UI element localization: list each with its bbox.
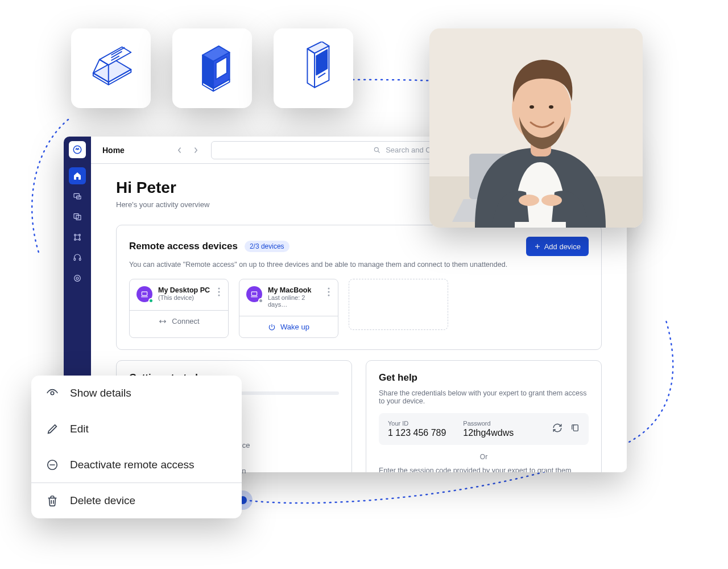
svg-point-35 [218, 291, 220, 293]
svg-point-38 [328, 288, 330, 290]
device-tile-phone [274, 28, 353, 108]
get-help-desc2: Enter the session code provided by your … [379, 467, 589, 472]
nav-support[interactable] [69, 249, 86, 266]
devices-desc: You can activate "Remote access" on up t… [129, 261, 589, 269]
copy-icon[interactable] [570, 423, 580, 435]
your-id-value: 1 123 456 789 [388, 428, 446, 438]
menu-show-details[interactable]: Show details [31, 376, 242, 411]
device-action-label: Connect [172, 317, 199, 325]
menu-label: Deactivate remote access [70, 459, 195, 471]
devices-title: Remote access devices [129, 241, 238, 252]
device-connect-button[interactable]: Connect [130, 310, 228, 332]
svg-rect-28 [74, 258, 76, 261]
svg-point-36 [218, 295, 220, 296]
connect-icon [158, 318, 167, 325]
menu-deactivate[interactable]: Deactivate remote access [31, 447, 242, 483]
plus-icon [534, 243, 541, 250]
svg-point-24 [75, 234, 76, 236]
nav-devices[interactable] [69, 208, 86, 225]
nav-more[interactable] [69, 270, 86, 287]
status-offline-icon [258, 298, 263, 303]
nav-remote[interactable] [69, 188, 86, 205]
get-help-panel: Get help Share the credentials below wit… [366, 360, 602, 472]
add-device-label: Add device [544, 242, 581, 251]
svg-point-49 [530, 105, 534, 109]
nav-workflows[interactable] [69, 229, 86, 246]
svg-point-50 [549, 105, 553, 109]
svg-point-40 [328, 295, 330, 296]
device-card: My MacBook Last online: 2 days… Wake up [239, 279, 338, 338]
or-separator: Or [379, 453, 589, 461]
device-tile-laptop [71, 28, 151, 108]
device-sublabel: (This device) [158, 294, 210, 301]
svg-point-51 [519, 195, 539, 206]
minus-circle-icon [46, 459, 59, 471]
svg-point-30 [75, 275, 81, 282]
nav-back-icon[interactable] [172, 143, 187, 158]
status-online-icon [148, 298, 154, 303]
svg-rect-37 [251, 292, 257, 295]
svg-rect-33 [142, 292, 147, 295]
trash-icon [46, 494, 59, 507]
device-avatar-icon [246, 286, 262, 302]
breadcrumb: Home [102, 146, 125, 155]
svg-marker-15 [307, 48, 315, 87]
power-icon [268, 323, 276, 331]
get-help-title: Get help [379, 372, 589, 384]
person-illustration [429, 28, 643, 228]
device-action-label: Wake up [280, 323, 309, 331]
device-name: My Desktop PC [158, 286, 210, 294]
device-tile-desktop [172, 28, 252, 108]
menu-label: Show details [70, 387, 131, 399]
pencil-icon [46, 423, 59, 435]
menu-edit[interactable]: Edit [31, 411, 242, 447]
svg-point-39 [328, 291, 330, 293]
device-menu-icon[interactable] [217, 286, 221, 300]
device-name: My MacBook [268, 286, 321, 294]
password-label: Password [463, 420, 514, 427]
credentials-box: Your ID 1 123 456 789 Password 12thg4wdw… [379, 413, 589, 445]
svg-point-27 [79, 239, 81, 241]
svg-rect-41 [573, 425, 578, 431]
device-card: My Desktop PC (This device) Connect [129, 279, 229, 338]
app-logo[interactable] [69, 141, 86, 158]
devices-count-badge: 2/3 devices [245, 241, 289, 252]
svg-rect-29 [79, 258, 81, 261]
svg-point-52 [541, 195, 562, 206]
device-placeholder[interactable] [349, 279, 448, 330]
svg-point-26 [75, 239, 76, 241]
eye-icon [46, 387, 59, 399]
devices-panel: Remote access devices 2/3 devices Add de… [116, 225, 602, 350]
menu-label: Delete device [70, 494, 135, 507]
menu-delete[interactable]: Delete device [31, 483, 242, 518]
device-sublabel: Last online: 2 days… [268, 294, 321, 308]
svg-point-25 [79, 234, 81, 236]
svg-point-31 [76, 277, 78, 279]
search-icon [373, 146, 381, 154]
add-device-button[interactable]: Add device [526, 237, 589, 256]
svg-point-32 [375, 147, 379, 151]
nav-home[interactable] [69, 167, 86, 184]
your-id-label: Your ID [388, 420, 446, 427]
menu-label: Edit [70, 423, 89, 435]
user-photo [429, 28, 643, 228]
device-menu-icon[interactable] [326, 286, 331, 300]
svg-point-34 [218, 288, 220, 290]
device-context-menu: Show details Edit Deactivate remote acce… [31, 376, 242, 518]
password-value: 12thg4wdws [463, 428, 514, 438]
nav-forward-icon[interactable] [188, 143, 203, 158]
get-help-desc: Share the credentials below with your ex… [379, 389, 589, 405]
device-avatar-icon [136, 286, 152, 302]
svg-point-42 [51, 391, 54, 395]
device-wake-button[interactable]: Wake up [239, 316, 338, 337]
refresh-icon[interactable] [552, 423, 562, 435]
